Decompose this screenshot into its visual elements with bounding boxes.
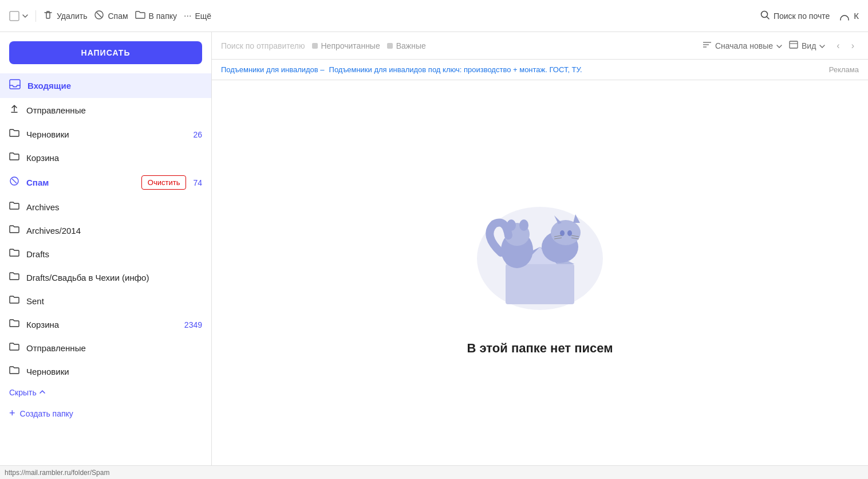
unread-filter-button[interactable]: Непрочитанные xyxy=(312,41,380,50)
svg-rect-14 xyxy=(506,264,574,304)
delete-button[interactable]: Удалить xyxy=(43,10,87,22)
svg-rect-11 xyxy=(790,41,798,48)
compose-button[interactable]: НАПИСАТЬ xyxy=(9,41,202,64)
sidebar-item-drafts-wedding[interactable]: Drafts/Свадьба в Чехии (инфо) xyxy=(0,266,211,289)
select-all-checkbox[interactable] xyxy=(9,11,29,21)
sidebar-item-archives[interactable]: Archives xyxy=(0,195,211,219)
search-svg xyxy=(760,10,770,20)
create-folder-label: Создать папку xyxy=(20,409,73,418)
spam-icon xyxy=(94,10,104,22)
checkbox-icon xyxy=(9,11,19,21)
chevron-down-icon xyxy=(22,13,29,19)
to-folder-label: В папку xyxy=(149,11,177,21)
svg-point-22 xyxy=(519,219,528,231)
search-button[interactable]: Поиск по почте xyxy=(760,10,830,22)
sidebar-item-drafts2[interactable]: Drafts xyxy=(0,242,211,266)
sidebar-drafts3-label: Черновики xyxy=(26,367,202,376)
sort-button[interactable]: Сначала новые xyxy=(703,41,782,50)
chevron-up-icon xyxy=(39,388,46,397)
ad-bar: Подъемники для инвалидов – Подъемники дл… xyxy=(212,60,868,80)
sidebar-item-sent[interactable]: Отправленные xyxy=(0,98,211,123)
create-folder-button[interactable]: + Создать папку xyxy=(0,402,211,425)
prev-page-button[interactable]: ‹ xyxy=(832,38,844,53)
svg-point-28 xyxy=(567,230,572,236)
spam-button[interactable]: Спам xyxy=(94,10,128,22)
svg-rect-0 xyxy=(10,11,19,21)
empty-state-text: В этой папке нет писем xyxy=(467,341,613,356)
archives-icon xyxy=(9,201,19,213)
sidebar-item-archives2014[interactable]: Archives/2014 xyxy=(0,219,211,242)
view-label: Вид xyxy=(802,41,816,50)
svg-point-27 xyxy=(560,230,565,236)
sidebar-drafts-badge: 26 xyxy=(193,130,202,139)
profile-button[interactable]: К xyxy=(839,10,859,22)
sidebar-item-inbox[interactable]: Входящие xyxy=(0,73,211,98)
view-icon xyxy=(789,41,798,50)
next-page-button[interactable]: › xyxy=(847,38,859,53)
profile-label: К xyxy=(854,11,859,21)
sidebar-item-sent2[interactable]: Sent xyxy=(0,289,211,313)
ad-link-2[interactable]: Подъемники для инвалидов под ключ: произ… xyxy=(329,65,582,74)
sidebar-trash2-label: Корзина xyxy=(26,320,177,329)
sidebar-item-drafts[interactable]: Черновики 26 xyxy=(0,123,211,146)
drafts2-icon xyxy=(9,248,19,260)
more-icon: ··· xyxy=(184,11,191,21)
plus-icon: + xyxy=(9,407,15,419)
sidebar-item-trash2[interactable]: Корзина 2349 xyxy=(0,313,211,336)
content-area: Поиск по отправителю Непрочитанные Важны… xyxy=(212,32,868,465)
inbox-icon xyxy=(9,79,21,92)
spam-svg xyxy=(94,10,104,20)
search-sender-button[interactable]: Поиск по отправителю xyxy=(221,41,305,50)
more-label: Ещё xyxy=(195,11,211,21)
sidebar-sent-label: Отправленные xyxy=(26,105,202,115)
empty-state: В этой папке нет писем xyxy=(212,80,868,465)
trash-folder-icon xyxy=(9,152,19,164)
divider xyxy=(35,10,36,22)
archives2014-icon xyxy=(9,225,19,237)
main-layout: НАПИСАТЬ Входящие Отправленные xyxy=(0,32,868,465)
ad-tag: Реклама xyxy=(829,65,859,74)
sidebar-trash-label: Корзина xyxy=(26,153,202,163)
clear-spam-button[interactable]: Очистить xyxy=(141,175,187,190)
svg-point-24 xyxy=(551,220,581,245)
sent-icon xyxy=(9,104,19,117)
ad-link-1[interactable]: Подъемники для инвалидов – xyxy=(221,65,325,74)
important-filter-button[interactable]: Важные xyxy=(387,41,426,50)
important-label: Важные xyxy=(396,41,426,50)
sort-icon xyxy=(703,41,712,50)
sidebar-archives2014-label: Archives/2014 xyxy=(26,226,202,235)
spam-folder-icon xyxy=(9,176,19,189)
sidebar-item-spam[interactable]: Спам Очистить 74 xyxy=(0,170,211,195)
sidebar-drafts2-label: Drafts xyxy=(26,249,202,259)
sidebar-drafts-label: Черновики xyxy=(26,129,186,139)
drafts-folder-icon xyxy=(9,128,19,140)
hide-folders-button[interactable]: Скрыть xyxy=(0,383,211,402)
nav-buttons: ‹ › xyxy=(832,38,859,53)
sidebar-item-sent3[interactable]: Отправленные xyxy=(0,336,211,360)
toolbar-left: Удалить Спам В папку ··· Ещё xyxy=(9,10,751,22)
sidebar-spam-badge: 74 xyxy=(193,178,202,187)
top-toolbar: Удалить Спам В папку ··· Ещё xyxy=(0,0,868,32)
sidebar-inbox-label: Входящие xyxy=(27,81,202,91)
trash-svg xyxy=(43,10,53,20)
sent3-icon xyxy=(9,342,19,354)
spam-label: Спам xyxy=(108,11,128,21)
sort-chevron-icon xyxy=(776,41,782,50)
svg-line-2 xyxy=(97,13,101,17)
profile-icon xyxy=(839,10,850,22)
important-dot xyxy=(387,43,393,49)
sidebar-trash2-badge: 2349 xyxy=(184,320,202,329)
view-button[interactable]: Вид xyxy=(789,41,825,50)
search-label: Поиск по почте xyxy=(774,11,830,21)
folder-icon xyxy=(135,10,145,22)
sub-toolbar-left: Поиск по отправителю Непрочитанные Важны… xyxy=(221,41,693,50)
view-chevron-icon xyxy=(819,41,825,50)
sidebar-item-drafts3[interactable]: Черновики xyxy=(0,360,211,383)
move-to-folder-button[interactable]: В папку xyxy=(135,10,177,22)
sent2-icon xyxy=(9,295,19,307)
more-button[interactable]: ··· Ещё xyxy=(184,11,211,21)
sidebar-item-trash[interactable]: Корзина xyxy=(0,146,211,170)
sidebar-spam-label: Спам xyxy=(26,178,135,187)
svg-line-7 xyxy=(13,179,17,183)
sidebar-drafts-wedding-label: Drafts/Свадьба в Чехии (инфо) xyxy=(26,273,202,282)
